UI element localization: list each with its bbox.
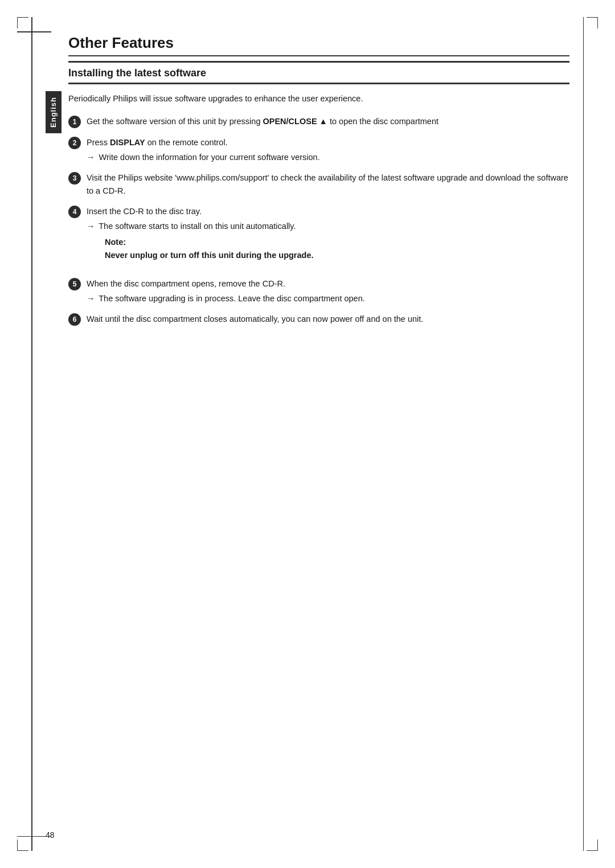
step-item-6: 6 Wait until the disc compartment closes…: [68, 313, 569, 326]
step-4-arrow: →: [87, 222, 95, 231]
note-body: Never unplug or turn off this unit durin…: [105, 249, 569, 261]
step-number-4: 4: [68, 206, 81, 218]
step-number-5: 5: [68, 278, 81, 290]
step-number-6: 6: [68, 313, 81, 326]
step-2-arrow: →: [87, 153, 95, 162]
step-item-2: 2 Press DISPLAY on the remote control. →…: [68, 136, 569, 163]
step-4-arrow-line: → The software starts to install on this…: [87, 220, 569, 232]
step-item-5: 5 When the disc compartment opens, remov…: [68, 277, 569, 305]
page-number: 48: [46, 830, 55, 840]
step-number-1: 1: [68, 116, 81, 128]
page-title: Other Features: [68, 34, 569, 56]
step-content-6: Wait until the disc compartment closes a…: [87, 313, 569, 325]
step-2-arrow-line: → Write down the information for your cu…: [87, 151, 569, 163]
note-title: Note:: [105, 236, 569, 248]
step-5-arrow: →: [87, 294, 95, 303]
step-content-4: Insert the CD-R to the disc tray. → The …: [87, 205, 569, 269]
step-content-3: Visit the Philips website 'www.philips.c…: [87, 171, 569, 197]
step-5-arrow-line: → The software upgrading is in process. …: [87, 292, 569, 305]
step-content-1: Get the software version of this unit by…: [87, 115, 569, 128]
section-software: Installing the latest software Periodica…: [68, 61, 569, 326]
step-number-3: 3: [68, 172, 81, 185]
step-item-3: 3 Visit the Philips website 'www.philips…: [68, 171, 569, 197]
language-tab: English: [46, 91, 62, 133]
step-item-4: 4 Insert the CD-R to the disc tray. → Th…: [68, 205, 569, 269]
intro-paragraph: Periodically Philips will issue software…: [68, 92, 569, 105]
step-number-2: 2: [68, 137, 81, 149]
steps-list: 1 Get the software version of this unit …: [68, 115, 569, 326]
step-item-1: 1 Get the software version of this unit …: [68, 115, 569, 128]
section-title: Installing the latest software: [68, 67, 206, 79]
section-header: Installing the latest software: [68, 61, 569, 84]
step-content-5: When the disc compartment opens, remove …: [87, 277, 569, 305]
note-block: Note: Never unplug or turn off this unit…: [105, 236, 569, 261]
step-content-2: Press DISPLAY on the remote control. → W…: [87, 136, 569, 163]
